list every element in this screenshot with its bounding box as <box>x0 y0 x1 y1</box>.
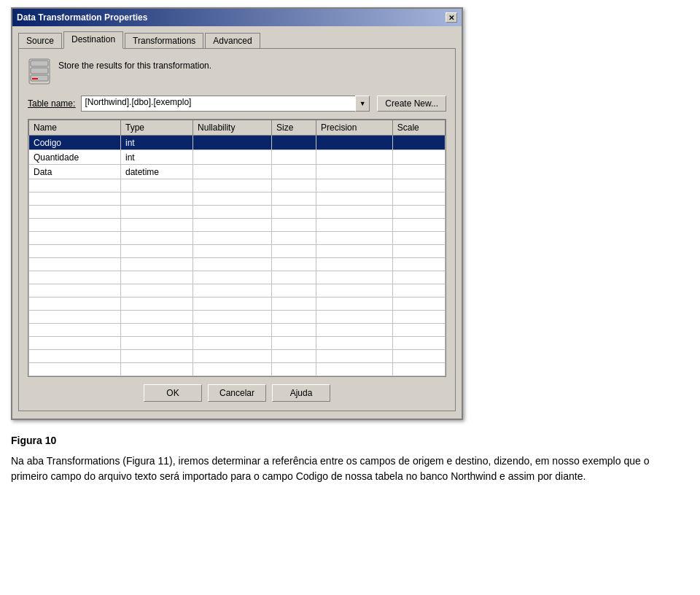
dialog-content: Source Destination Transformations Advan… <box>12 26 462 419</box>
tabs-bar: Source Destination Transformations Advan… <box>18 31 456 48</box>
table-row-empty <box>29 311 446 324</box>
cell-size <box>272 136 316 150</box>
table-row-empty <box>29 298 446 311</box>
cell-size <box>272 165 316 179</box>
ok-button[interactable]: OK <box>144 384 202 402</box>
table-row-empty <box>29 324 446 337</box>
table-row-empty <box>29 206 446 219</box>
table-row-empty <box>29 363 446 376</box>
table-row-empty <box>29 179 446 192</box>
tab-transformations[interactable]: Transformations <box>125 33 203 49</box>
help-button[interactable]: Ajuda <box>272 384 330 402</box>
cell-size <box>272 150 316 165</box>
table-row-empty <box>29 350 446 363</box>
grid-container: Name Type Nullability Size Precision Sca… <box>28 119 446 377</box>
cell-scale <box>392 136 445 150</box>
dialog-title: Data Transformation Properties <box>17 12 147 23</box>
col-header-scale: Scale <box>392 120 445 136</box>
cell-scale <box>392 150 445 165</box>
cell-precision <box>316 165 393 179</box>
data-grid: Name Type Nullability Size Precision Sca… <box>28 120 446 376</box>
cell-name: Data <box>29 165 121 179</box>
table-row[interactable]: Data datetime <box>29 165 446 179</box>
table-row-empty <box>29 219 446 232</box>
tab-panel-destination: Store the results for this transformatio… <box>18 48 456 411</box>
table-name-row: Table name: [Northwind].[dbo].[exemplo] … <box>28 96 446 112</box>
create-new-button[interactable]: Create New... <box>377 96 446 112</box>
col-header-precision: Precision <box>316 120 393 136</box>
table-row-empty <box>29 232 446 245</box>
cell-type: int <box>120 136 192 150</box>
svg-rect-1 <box>31 61 48 66</box>
figure-caption: Figura 10 <box>11 435 689 446</box>
dialog-buttons: OK Cancelar Ajuda <box>28 384 446 402</box>
svg-rect-2 <box>31 68 48 74</box>
col-header-name: Name <box>29 120 121 136</box>
table-name-input[interactable]: [Northwind].[dbo].[exemplo] <box>81 96 355 112</box>
cancel-button[interactable]: Cancelar <box>208 384 266 402</box>
cell-nullability <box>193 136 272 150</box>
info-section: Store the results for this transformatio… <box>28 58 446 85</box>
cell-precision <box>316 136 393 150</box>
cell-scale <box>392 165 445 179</box>
title-bar: Data Transformation Properties ✕ <box>12 9 462 26</box>
database-icon <box>28 58 51 85</box>
svg-rect-4 <box>32 78 38 79</box>
table-row-empty <box>29 192 446 206</box>
table-row-empty <box>29 337 446 350</box>
body-text: Na aba Transformations (Figura 11), irem… <box>11 454 667 484</box>
tab-source[interactable]: Source <box>18 33 62 49</box>
cell-nullability <box>193 150 272 165</box>
cell-type: int <box>120 150 192 165</box>
table-row[interactable]: Codigo int <box>29 136 446 150</box>
col-header-type: Type <box>120 120 192 136</box>
cell-precision <box>316 150 393 165</box>
table-row-empty <box>29 258 446 271</box>
table-row-empty <box>29 284 446 298</box>
col-header-size: Size <box>272 120 316 136</box>
cell-nullability <box>193 165 272 179</box>
table-row-empty <box>29 271 446 284</box>
table-name-label: Table name: <box>28 98 75 109</box>
table-row[interactable]: Quantidade int <box>29 150 446 165</box>
info-text: Store the results for this transformatio… <box>58 58 211 71</box>
close-button[interactable]: ✕ <box>446 12 457 23</box>
cell-name: Codigo <box>29 136 121 150</box>
table-row-empty <box>29 245 446 258</box>
tab-destination[interactable]: Destination <box>63 31 123 49</box>
col-header-nullability: Nullability <box>193 120 272 136</box>
combo-dropdown-button[interactable]: ▼ <box>355 96 370 112</box>
grid-header-row: Name Type Nullability Size Precision Sca… <box>29 120 446 136</box>
cell-type: datetime <box>120 165 192 179</box>
tab-advanced[interactable]: Advanced <box>205 33 260 49</box>
table-name-combo: [Northwind].[dbo].[exemplo] ▼ <box>81 96 370 112</box>
cell-name: Quantidade <box>29 150 121 165</box>
dialog-window: Data Transformation Properties ✕ Source … <box>11 7 463 420</box>
